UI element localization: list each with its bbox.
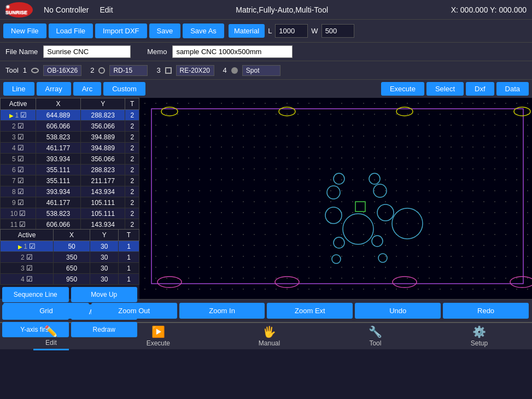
table-row[interactable]: 11 606.066 143.934 2 [1,219,139,230]
row-y-cell-b: 30 [90,263,119,274]
redraw-button[interactable]: Redraw [71,322,138,337]
nav-tool[interactable]: 🔧 Tool [358,323,393,349]
row-x-cell-b: 950 [53,274,90,285]
table-row[interactable]: 6 355.111 288.823 2 [1,165,139,175]
table-row[interactable]: 5 393.934 356.066 2 [1,154,139,165]
row-checkbox[interactable] [17,144,24,152]
new-file-button[interactable]: New File [3,24,46,38]
row-checkbox[interactable] [19,221,26,228]
file-row: File Name Memo [0,42,532,61]
col-y-header-b: Y [90,230,119,241]
table-row[interactable]: 3 538.823 394.889 2 [1,132,139,143]
row-y-cell-b: 30 [90,241,119,252]
tool2-num: 2 [90,66,94,74]
row-checkbox[interactable] [17,166,24,174]
canvas-area[interactable]: /* dots rendered below via defs */ [139,98,532,299]
nav-edit[interactable]: ✏️ Edit [33,322,69,350]
row-checkbox-b[interactable] [26,265,33,272]
row-x-cell-b: 350 [53,252,90,263]
array-button[interactable]: Array [37,82,71,96]
row-active-cell-b: ▶ 1 [1,241,54,252]
table-row[interactable]: 8 393.934 143.934 2 [1,186,139,197]
col-active-header-b: Active [1,230,54,241]
row-checkbox[interactable] [17,177,24,185]
table-row[interactable]: ▶ 1 644.889 288.823 2 [1,110,139,121]
row-num: 8 [12,188,16,196]
nav-manual[interactable]: 🖐️ Manual [248,323,291,349]
save-as-button[interactable]: Save As [183,24,224,38]
col-y-header: Y [80,98,125,110]
edit-nav-label: Edit [45,339,57,347]
row-checkbox[interactable] [17,133,24,141]
row-active-cell: 2 [1,121,36,132]
sequence-line-button[interactable]: Sequence Line [2,287,69,302]
load-file-button[interactable]: Load File [49,24,93,38]
zoom-ext-button[interactable]: Zoom Ext [267,303,353,319]
line-button[interactable]: Line [3,82,34,96]
row-checkbox[interactable] [17,188,24,196]
grid-button[interactable]: Grid [3,303,89,319]
table-row[interactable]: 9 461.177 105.111 2 [1,197,139,208]
op-row: Line Array Arc Custom Execute Select Dxf… [0,79,532,98]
dxf-button[interactable]: Dxf [466,82,494,96]
table-row[interactable]: ▶ 1 50 30 1 [1,241,139,252]
setup-nav-label: Setup [471,339,488,347]
select-button[interactable]: Select [426,82,464,96]
row-x-cell: 461.177 [36,143,81,154]
row-active-cell: 7 [1,175,36,186]
row-checkbox-b[interactable] [26,254,33,261]
row-num: 2 [12,122,16,130]
row-num: 6 [12,166,16,174]
table-row[interactable]: 4 461.177 394.889 2 [1,143,139,154]
execute-button[interactable]: Execute [381,82,424,96]
row-checkbox[interactable] [19,210,26,218]
manual-nav-icon: 🖐️ [262,325,276,338]
nav-execute[interactable]: ▶️ Execute [136,323,181,349]
toolbar: New File Load File Import DXF Save Save … [0,19,532,42]
row-t-cell: 2 [125,132,139,143]
zoom-in-button[interactable]: Zoom In [179,303,265,319]
material-l-input[interactable] [275,24,308,38]
row-x-cell: 538.823 [36,208,81,219]
table-row[interactable]: 3 650 30 1 [1,263,139,274]
table-row[interactable]: 2 606.066 356.066 2 [1,121,139,132]
undo-button[interactable]: Undo [355,303,441,319]
table-row[interactable]: 4 950 30 1 [1,274,139,285]
save-button[interactable]: Save [149,24,181,38]
row-checkbox[interactable] [17,199,24,207]
row-checkbox[interactable] [17,155,24,163]
bottom-table: Active X Y T ▶ 1 50 30 1 2 [0,229,139,285]
redo-button[interactable]: Redo [443,303,529,319]
file-name-input[interactable] [43,45,131,58]
custom-button[interactable]: Custom [103,82,145,96]
memo-input[interactable] [172,45,293,58]
row-t-cell: 2 [125,219,139,230]
row-y-cell: 143.934 [80,219,125,230]
table-row[interactable]: 10 538.823 105.111 2 [1,208,139,219]
coords-display: X: 000.000 Y: 000.000 [451,5,527,14]
nav-setup[interactable]: ⚙️ Setup [460,323,499,349]
zoom-out-button[interactable]: Zoom Out [91,303,177,319]
table-row[interactable]: 2 350 30 1 [1,252,139,263]
material-w-input[interactable] [321,24,354,38]
row-x-cell: 393.934 [36,186,81,197]
execute-nav-label: Execute [147,339,170,347]
edit-label: Edit [100,5,113,14]
row-checkbox[interactable] [20,112,27,119]
import-dxf-button[interactable]: Import DXF [95,24,147,38]
row-active-cell: 5 [1,154,36,165]
data-button[interactable]: Data [496,82,529,96]
row-checkbox-b[interactable] [26,275,33,283]
table-row[interactable]: 7 355.111 211.177 2 [1,175,139,186]
row-checkbox-b[interactable] [29,243,36,250]
row-active-cell: 8 [1,186,36,197]
tool2-name: RD-15 [109,65,148,76]
row-indicator: ▶ [9,113,15,119]
move-up-button[interactable]: Move Up [71,287,138,302]
row-t-cell: 2 [125,143,139,154]
row-num-b: 3 [21,265,25,272]
row-t-cell: 2 [125,186,139,197]
row-checkbox[interactable] [17,122,24,130]
tool3-num: 3 [156,66,160,74]
arc-button[interactable]: Arc [73,82,102,96]
